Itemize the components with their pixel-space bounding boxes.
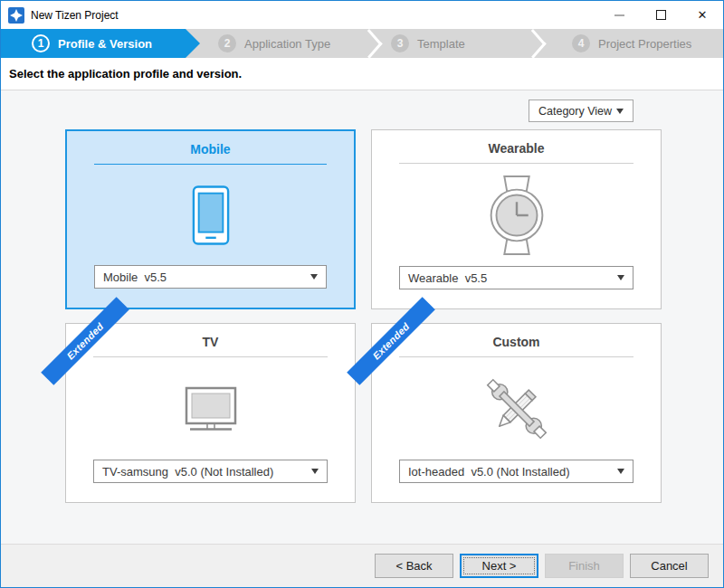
step-number-badge: 4 [572,34,590,52]
step-label: Profile & Version [58,37,152,51]
maximize-icon [656,10,666,20]
step-profile-version: 1 Profile & Version [32,29,152,58]
window-title: New Tizen Project [31,9,119,22]
category-view-dropdown[interactable]: Category View [529,100,634,122]
profile-card-title: TV [66,335,355,349]
close-button[interactable]: ✕ [681,1,723,29]
minimize-button[interactable] [598,1,640,29]
step-label: Application Type [244,37,330,51]
profile-card-title: Custom [372,335,661,349]
version-label: Iot-headed v5.0 (Not Installed) [408,465,570,479]
step-separator-icon [533,29,548,58]
version-label: Mobile v5.5 [103,270,167,284]
watch-icon [372,164,661,266]
step-label: Project Properties [598,37,691,51]
new-tizen-project-dialog: New Tizen Project ✕ 1 Profile & Version … [0,0,724,588]
profile-card-tv[interactable]: Extended TV TV-samsung v5.0 (Not Install… [65,323,356,503]
profile-card-title: Wearable [372,141,661,156]
tv-version-dropdown[interactable]: TV-samsung v5.0 (Not Installed) [93,460,328,483]
profile-card-mobile[interactable]: Mobile Mobile v5.5 [65,129,356,309]
step-project-properties: 4 Project Properties [572,29,691,58]
custom-version-dropdown[interactable]: Iot-headed v5.0 (Not Installed) [399,460,634,483]
phone-icon [67,165,354,265]
close-icon: ✕ [698,9,708,21]
step-number-badge: 3 [391,34,409,52]
dropdown-caret-icon [617,275,624,280]
instruction-header: Select the application profile and versi… [1,58,723,90]
category-view-label: Category View [538,105,612,118]
profile-selection-area: Category View Mobile Mobile v5.5 Wearabl… [1,90,723,544]
version-label: TV-samsung v5.0 (Not Installed) [102,465,273,479]
mobile-version-dropdown[interactable]: Mobile v5.5 [94,265,327,289]
wrench-pencil-icon [372,357,661,460]
step-template: 3 Template [391,29,465,58]
dropdown-caret-icon [616,109,624,114]
profile-card-custom[interactable]: Extended Custom [371,323,662,503]
step-number-badge: 1 [32,34,50,52]
next-button[interactable]: Next > [460,554,538,578]
instruction-text: Select the application profile and versi… [9,67,242,81]
dropdown-caret-icon [310,274,318,280]
tv-icon [66,357,355,460]
cancel-button[interactable]: Cancel [630,554,709,578]
window-controls: ✕ [598,1,723,29]
step-number-badge: 2 [218,34,236,52]
version-label: Wearable v5.5 [408,271,487,285]
step-label: Template [417,37,465,51]
finish-button: Finish [545,554,624,578]
step-application-type: 2 Application Type [218,29,330,58]
wizard-step-bar: 1 Profile & Version 2 Application Type 3… [1,29,723,58]
dropdown-caret-icon [617,469,624,474]
maximize-button[interactable] [640,1,681,29]
wearable-version-dropdown[interactable]: Wearable v5.5 [399,266,634,289]
back-button[interactable]: < Back [375,554,453,578]
minimize-icon [614,14,624,16]
dropdown-caret-icon [311,469,319,474]
dialog-button-bar: < Back Next > Finish Cancel [1,544,723,587]
tizen-logo-icon [8,7,24,24]
step-separator-icon [369,29,384,58]
profile-card-wearable[interactable]: Wearable Wearable v5.5 [371,129,662,309]
title-bar: New Tizen Project ✕ [1,1,723,29]
profile-card-title: Mobile [67,142,354,156]
